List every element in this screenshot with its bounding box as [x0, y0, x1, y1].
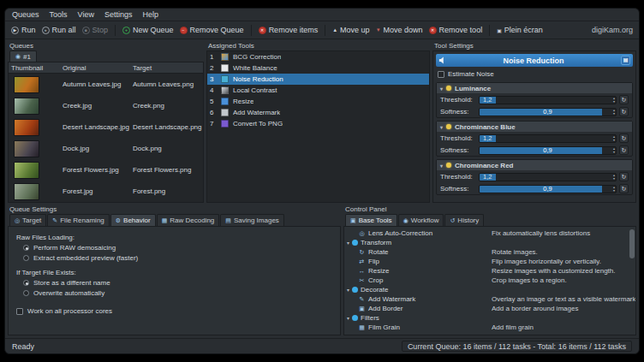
stop-button[interactable]: ■Stop: [82, 26, 109, 34]
assigned-tool-row[interactable]: 2 White Balance: [207, 62, 429, 74]
reset-icon[interactable]: ↻: [619, 134, 629, 143]
tree-item-crop[interactable]: ✂Crop Crop images to a region.: [344, 276, 635, 285]
assigned-tool-row[interactable]: 1 BCG Correction: [207, 51, 429, 62]
menu-tools[interactable]: Tools: [50, 10, 68, 19]
queue-row[interactable]: Forest.jpg Forest.png: [9, 181, 203, 202]
assigned-tool-row[interactable]: 4 Local Contrast: [207, 85, 429, 96]
tree-item-add-watermark[interactable]: ✎Add Watermark Overlay an image or text …: [344, 294, 635, 304]
move-down-button[interactable]: ▼Move down: [376, 26, 423, 34]
run-button[interactable]: ▶Run: [11, 26, 36, 34]
threshold-slider[interactable]: 1,2 ▴▾: [479, 134, 617, 143]
tree-category-decorate[interactable]: ▾Decorate: [344, 285, 635, 294]
radio-icon[interactable]: [23, 245, 29, 251]
spinbox-arrows-icon[interactable]: ▴▾: [613, 135, 615, 142]
tree-item-film-grain[interactable]: ▦Film Grain Add film grain: [344, 323, 635, 332]
tab-behavior[interactable]: ⚙Behavior: [110, 214, 156, 226]
tree-item-resize[interactable]: ↔Resize Resize images with a customized …: [344, 266, 635, 276]
remove-tool-button[interactable]: ✕Remove tool: [429, 26, 483, 34]
spinbox-arrows-icon[interactable]: ▴▾: [613, 109, 615, 116]
softness-slider[interactable]: 0,9 ▴▾: [479, 185, 617, 193]
reset-icon[interactable]: ↻: [619, 184, 629, 193]
reset-icon[interactable]: ↻: [619, 145, 629, 155]
assigned-tool-row[interactable]: 6 Add Watermark: [207, 107, 429, 118]
new-queue-button[interactable]: +New Queue: [122, 26, 174, 34]
checkbox-label: Work on all processor cores: [27, 307, 112, 315]
radio-extract-embedded-preview[interactable]: Extract embedded preview (faster): [16, 254, 332, 262]
column-thumbnail[interactable]: Thumbnail: [9, 64, 60, 72]
tree-category-transform[interactable]: ▾Transform: [344, 238, 635, 247]
chevron-down-icon[interactable]: ▾: [347, 315, 349, 321]
vertical-scrollbar[interactable]: [629, 229, 635, 258]
chrominance-red-section-header[interactable]: ▾ Chrominance Red: [437, 160, 632, 170]
tree-item-rotate[interactable]: ↻Rotate Rotate images.: [344, 247, 635, 257]
radio-icon[interactable]: [23, 255, 29, 261]
tab-workflow[interactable]: ◉Workflow: [398, 214, 444, 226]
threshold-slider[interactable]: 1,2 ▴▾: [479, 96, 617, 104]
softness-slider[interactable]: 0,9 ▴▾: [479, 108, 617, 116]
tab-raw-decoding[interactable]: ▦Raw Decoding: [157, 214, 220, 226]
queue-row[interactable]: Forest Flowers.jpg Forest Flowers.png: [9, 159, 203, 181]
chevron-down-icon[interactable]: ▾: [440, 163, 443, 169]
threshold-slider[interactable]: 1,2 ▴▾: [479, 173, 617, 181]
estimate-noise-checkbox[interactable]: [438, 71, 444, 78]
menu-view[interactable]: View: [78, 10, 94, 19]
work-all-cores-checkbox[interactable]: [16, 308, 23, 315]
spinbox-arrows-icon[interactable]: ▴▾: [613, 174, 615, 181]
assigned-tool-row[interactable]: 5 Resize: [207, 96, 429, 107]
tree-item-color-effects[interactable]: ◑Color Effects Apply color effects: [344, 332, 635, 335]
tree-item-add-border[interactable]: ▣Add Border Add a border around images: [344, 304, 635, 313]
move-up-button[interactable]: ▲Move up: [332, 26, 369, 34]
assigned-tool-row[interactable]: 7 Convert To PNG: [207, 118, 429, 129]
remove-items-button[interactable]: ✕Remove items: [259, 26, 319, 34]
tree-item-lens-auto-correction[interactable]: ◎Lens Auto-Correction Fix automatically …: [344, 228, 635, 238]
queue-settings-title: Queue Settings: [8, 205, 341, 214]
assigned-tool-row-selected[interactable]: 3 Noise Reduction: [207, 74, 429, 85]
reset-icon[interactable]: ↻: [619, 95, 629, 104]
queue-row[interactable]: Autumn Leaves.jpg Autumn Leaves.png: [9, 74, 203, 95]
reset-icon[interactable]: ↻: [619, 172, 629, 181]
chevron-down-icon[interactable]: ▾: [440, 124, 443, 130]
tree-item-flip[interactable]: ⇄Flip Flip images horizontally or vertic…: [344, 257, 635, 266]
tool-properties-icon[interactable]: ▤: [621, 56, 630, 65]
remove-queue-button[interactable]: −Remove Queue: [180, 26, 244, 34]
menu-help[interactable]: Help: [142, 10, 158, 19]
queue-tab-1[interactable]: ◉ #1: [9, 50, 37, 62]
chevron-down-icon[interactable]: ▾: [347, 240, 349, 246]
radio-icon[interactable]: [23, 290, 29, 296]
tab-target[interactable]: ◎Target: [9, 214, 46, 226]
spinbox-arrows-icon[interactable]: ▴▾: [613, 147, 615, 154]
queue-row[interactable]: Desert Landscape.jpg Desert Landscape.pn…: [9, 116, 203, 138]
menu-queues[interactable]: Queues: [12, 10, 39, 19]
tree-category-filters[interactable]: ▾Filters: [344, 313, 635, 323]
radio-perform-raw-demosaicing[interactable]: Perform RAW demosaicing: [16, 244, 332, 252]
spinbox-arrows-icon[interactable]: ▴▾: [613, 186, 615, 193]
spinbox-arrows-icon[interactable]: ▴▾: [613, 97, 615, 104]
chevron-down-icon[interactable]: ▾: [440, 86, 443, 92]
queue-row[interactable]: Dock.jpg Dock.png: [9, 138, 203, 159]
reset-icon[interactable]: ↻: [619, 107, 629, 116]
queue-row[interactable]: Creek.jpg Creek.png: [9, 95, 203, 116]
radio-icon[interactable]: [23, 280, 29, 286]
tab-base-tools[interactable]: ▣Base Tools: [345, 214, 397, 226]
work-all-cores-row[interactable]: Work on all processor cores: [16, 307, 332, 315]
chevron-down-icon[interactable]: ▾: [347, 287, 349, 293]
tree-item-desc: Fix automatically lens distortions: [492, 229, 635, 237]
column-original[interactable]: Original: [60, 64, 130, 72]
chrominance-blue-section-header[interactable]: ▾ Chrominance Blue: [437, 122, 632, 132]
tab-history[interactable]: ↺History: [444, 214, 484, 226]
flip-icon: ⇄: [358, 258, 366, 265]
tab-file-renaming[interactable]: ✎File Renaming: [47, 214, 109, 226]
radio-overwrite-automatically[interactable]: Overwrite automatically: [16, 289, 332, 297]
target-filename: Forest.png: [130, 187, 203, 195]
luminance-section-header[interactable]: ▾ Luminance: [437, 83, 632, 93]
run-all-button[interactable]: »Run all: [42, 26, 76, 34]
section-label: Chrominance Red: [455, 162, 513, 169]
estimate-noise-row[interactable]: Estimate Noise: [436, 67, 633, 80]
radio-store-different-name[interactable]: Store as a different name: [16, 279, 332, 287]
softness-slider[interactable]: 0,9 ▴▾: [479, 146, 617, 155]
column-target[interactable]: Target: [130, 64, 203, 72]
speaker-icon[interactable]: [438, 56, 446, 64]
fullscreen-button[interactable]: ▣Plein écran: [497, 26, 543, 34]
menu-settings[interactable]: Settings: [104, 10, 133, 19]
tab-saving-images[interactable]: ▤Saving Images: [220, 214, 284, 226]
